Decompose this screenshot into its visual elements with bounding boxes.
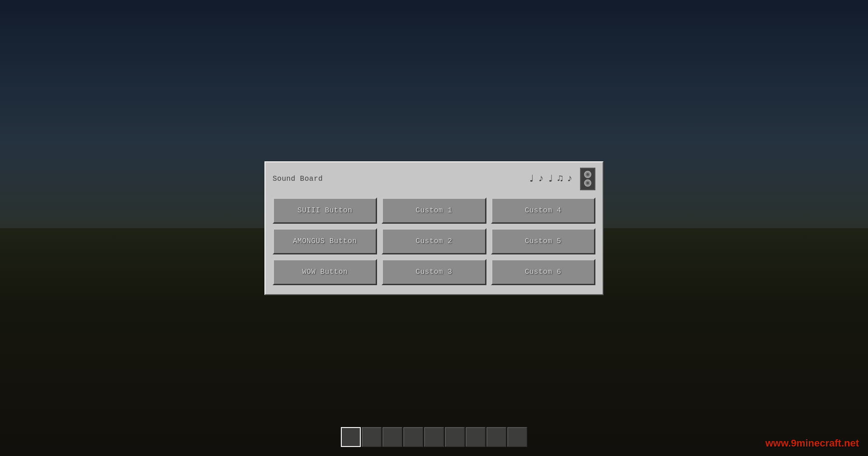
hotbar-slot-5[interactable] [424,427,444,447]
hotbar-slot-9[interactable] [507,427,527,447]
button-grid: SUIII Button Custom 1 Custom 4 AMONGUS B… [273,197,595,285]
custom3-button[interactable]: Custom 3 [382,259,486,285]
music-note-2: ♪ [538,173,544,184]
hotbar-slot-4[interactable] [403,427,423,447]
wow-button[interactable]: WOW Button [273,259,377,285]
speaker-icon [580,168,595,190]
suiii-button[interactable]: SUIII Button [273,197,377,224]
watermark: www.9minecraft.net [765,437,859,449]
custom4-button[interactable]: Custom 4 [491,197,595,224]
hotbar [341,427,527,447]
amongus-button[interactable]: AMONGUS Button [273,228,377,254]
soundboard-dialog: Sound Board ♩ ♪ ♩ ♫ ♪ SUIII Button Custo… [264,161,604,295]
music-note-3: ♩ [547,173,553,185]
hotbar-slot-8[interactable] [486,427,506,447]
hotbar-slot-2[interactable] [362,427,382,447]
dialog-header: Sound Board ♩ ♪ ♩ ♫ ♪ [273,168,595,190]
speaker-circle-top [584,171,591,178]
dialog-icons: ♩ ♪ ♩ ♫ ♪ [528,168,595,190]
hotbar-slot-3[interactable] [382,427,402,447]
custom5-button[interactable]: Custom 5 [491,228,595,254]
dialog-title: Sound Board [273,175,323,183]
custom2-button[interactable]: Custom 2 [382,228,486,254]
custom6-button[interactable]: Custom 6 [491,259,595,285]
custom1-button[interactable]: Custom 1 [382,197,486,224]
hotbar-slot-7[interactable] [466,427,486,447]
music-note-5: ♪ [567,173,573,184]
hotbar-slot-6[interactable] [445,427,465,447]
hotbar-slot-1[interactable] [341,427,361,447]
speaker-circle-bottom [584,179,591,187]
music-note-4: ♫ [557,173,563,184]
music-note-1: ♩ [528,173,534,185]
